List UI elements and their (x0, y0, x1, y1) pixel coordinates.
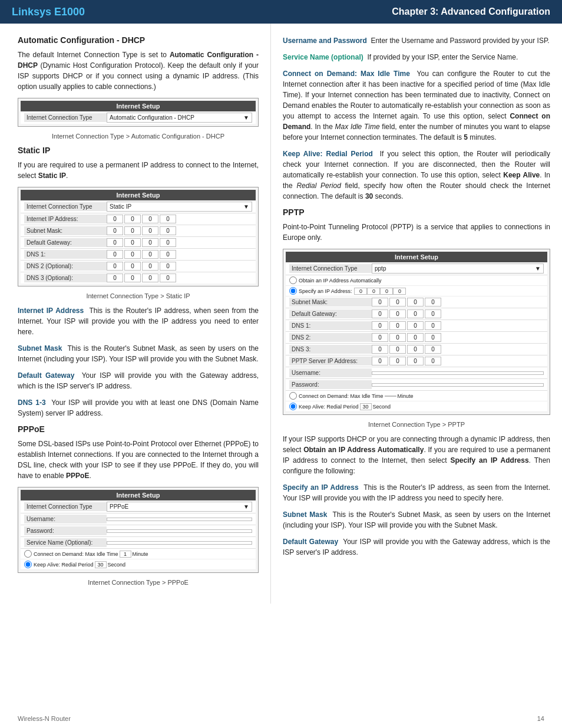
ss-row-pptp-subnet: Subnet Mask: 0 0 0 0 (286, 297, 547, 308)
ss-header-dhcp: Internet Setup (21, 101, 256, 111)
pppoe-connect-radio[interactable] (24, 550, 32, 558)
section-auto-dhcp-heading: Automatic Configuration - DHCP (18, 35, 259, 45)
term-username-password: Username and Password Enter the Username… (283, 35, 550, 46)
ss-row-pptp-dns3: DNS 3: 0 0 0 0 (286, 344, 547, 355)
term-dns: DNS 1-3 Your ISP will provide you with a… (18, 397, 259, 419)
ss-row-pppoe-connect: Connect on Demand: Max Idle Time 1 Minut… (21, 549, 256, 559)
term-internet-ip: Internet IP Address This is the Router's… (18, 305, 259, 337)
ss-row-pppoe-pass: Password: (21, 525, 256, 537)
dhcp-screenshot: Internet Setup Internet Connection Type … (18, 98, 259, 127)
pppoe-para: Some DSL-based ISPs use Point-to-Point P… (18, 439, 259, 481)
ss-row-pptp-type: Internet Connection Type pptp ▼ (286, 262, 547, 275)
ss-row-pptp-server: PPTP Server IP Address: 0 0 0 0 (286, 355, 547, 367)
section-static-ip-heading: Static IP (18, 146, 259, 155)
ss-row-static-type: Internet Connection Type Static IP ▼ (21, 200, 256, 213)
term-keep-alive: Keep Alive: Redial Period If you select … (283, 149, 550, 202)
ss-row-subnet: Subnet Mask: 0 0 0 0 (21, 225, 256, 237)
pptp-keepalive-radio[interactable] (289, 403, 297, 410)
pptp-screenshot: Internet Setup Internet Connection Type … (283, 249, 550, 415)
ss-row-dhcp-type: Internet Connection Type Automatic Confi… (21, 111, 256, 124)
pptp-para: Point-to-Point Tunneling Protocol (PPTP)… (283, 222, 550, 243)
pppoe-caption: Internet Connection Type > PPPoE (18, 579, 259, 586)
ss-row-internet-ip: Internet IP Address: 0 0 0 0 (21, 213, 256, 225)
ss-row-pppoe-user: Username: (21, 513, 256, 525)
ss-row-pppoe-service: Service Name (Optional): (21, 537, 256, 549)
ss-header-pppoe: Internet Setup (21, 490, 256, 500)
ss-header-static: Internet Setup (21, 190, 256, 200)
ss-row-pptp-gateway: Default Gateway: 0 0 0 0 (286, 308, 547, 320)
footer-right: 14 (537, 715, 544, 722)
pppoe-keepalive-radio[interactable] (24, 561, 32, 568)
footer-left: Wireless-N Router (18, 715, 71, 722)
page-header: Linksys E1000 Chapter 3: Advanced Config… (0, 0, 562, 24)
ss-header-pptp: Internet Setup (286, 252, 547, 262)
ss-row-gateway: Default Gateway: 0 0 0 0 (21, 237, 256, 249)
static-ip-caption: Internet Connection Type > Static IP (18, 292, 259, 299)
auto-dhcp-para: The default Internet Connection Type is … (18, 50, 259, 92)
ss-row-pppoe-keepalive: Keep Alive: Redial Period 30 Second (21, 559, 256, 570)
ss-row-dns2: DNS 2 (Optional): 0 0 0 0 (21, 261, 256, 272)
static-ip-screenshot: Internet Setup Internet Connection Type … (18, 187, 259, 286)
static-ip-para: If you are required to use a permanent I… (18, 160, 259, 181)
ss-row-pptp-user: Username: (286, 367, 547, 379)
main-content: Automatic Configuration - DHCP The defau… (0, 24, 562, 604)
ss-row-pppoe-type: Internet Connection Type PPPoE ▼ (21, 500, 256, 513)
term-specify-ip: Specify an IP Address This is the Router… (283, 482, 550, 503)
term-service-name: Service Name (optional) If provided by y… (283, 52, 550, 62)
pptp-connect-radio[interactable] (289, 392, 297, 400)
pppoe-screenshot: Internet Setup Internet Connection Type … (18, 487, 259, 573)
term-subnet-mask-pptp: Subnet Mask This is the Router's Subnet … (283, 509, 550, 531)
ss-row-pptp-connect: Connect on Demand: Max Idle Time Minute (286, 391, 547, 401)
chapter-title: Chapter 3: Advanced Configuration (392, 6, 550, 17)
term-subnet-mask: Subnet Mask This is the Router's Subnet … (18, 343, 259, 364)
dhcp-caption: Internet Connection Type > Automatic Con… (18, 133, 259, 140)
ss-row-dns1: DNS 1: 0 0 0 0 (21, 249, 256, 261)
pptp-obtain-radio[interactable] (289, 276, 297, 284)
right-column: Username and Password Enter the Username… (271, 24, 562, 604)
ss-row-pptp-pass: Password: (286, 379, 547, 391)
ss-row-pptp-dns2: DNS 2: 0 0 0 0 (286, 332, 547, 344)
ss-row-pptp-dns1: DNS 1: 0 0 0 0 (286, 320, 547, 332)
product-name: Linksys E1000 (12, 6, 85, 18)
section-pptp-heading: PPTP (283, 207, 550, 217)
term-connect-demand: Connect on Demand: Max Idle Time You can… (283, 68, 550, 143)
section-pppoe-heading: PPPoE (18, 424, 259, 434)
pptp-after-para: If your ISP supports DHCP or you are con… (283, 434, 550, 476)
ss-row-pptp-obtain: Obtain an IP Address Automatically (286, 275, 547, 286)
ss-row-pptp-keepalive: Keep Alive: Redial Period 30 Second (286, 401, 547, 412)
pptp-caption: Internet Connection Type > PPTP (283, 421, 550, 428)
left-column: Automatic Configuration - DHCP The defau… (0, 24, 271, 604)
ss-row-dns3: DNS 3 (Optional): 0 0 0 0 (21, 272, 256, 284)
ss-row-pptp-specify: Specify an IP Address: 0 0 0 0 (286, 286, 547, 297)
term-default-gateway-pptp: Default Gateway Your ISP will provide yo… (283, 536, 550, 558)
term-default-gateway: Default Gateway Your ISP will provide yo… (18, 370, 259, 391)
pptp-specify-radio[interactable] (289, 287, 297, 295)
